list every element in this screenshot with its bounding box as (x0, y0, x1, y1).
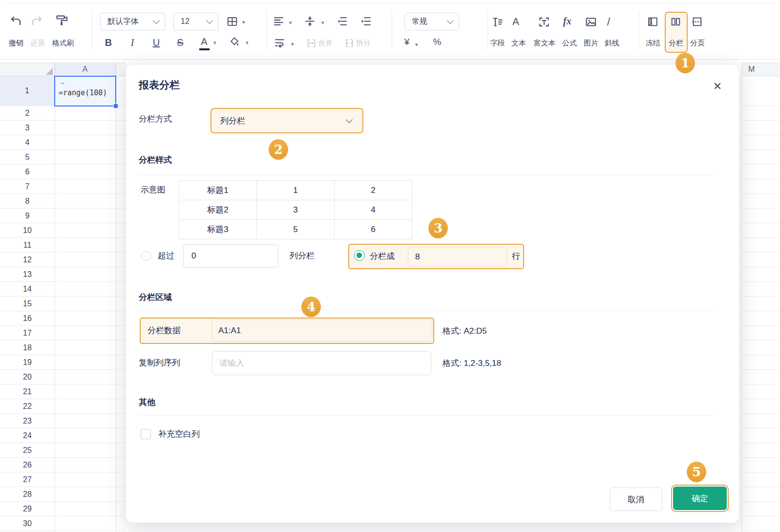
font-family-select[interactable]: 默认字体 (100, 13, 165, 30)
cell-m-row-9[interactable] (741, 209, 780, 223)
cell-m-row-13[interactable] (741, 267, 780, 282)
format-painter-icon[interactable] (55, 14, 69, 27)
split-into-radio[interactable] (354, 250, 365, 261)
vertical-align-caret[interactable]: ▾ (321, 20, 324, 25)
borders-dropdown-caret[interactable]: ▾ (242, 20, 245, 25)
cell-m-row-12[interactable] (741, 253, 780, 267)
insert-richtext-button[interactable]: 富文本 (529, 38, 560, 48)
cell-row-23[interactable] (55, 414, 126, 428)
row-header-18[interactable]: 18 (0, 340, 55, 355)
cell-m-row-25[interactable] (741, 443, 780, 458)
cell-m-row-27[interactable] (741, 472, 780, 487)
cell-row-7[interactable] (55, 179, 126, 194)
row-header-17[interactable]: 17 (0, 326, 55, 340)
row-header-21[interactable]: 21 (0, 384, 55, 399)
cell-m-row-7[interactable] (741, 179, 780, 194)
row-header-30[interactable]: 30 (0, 516, 55, 531)
cell-m-row-15[interactable] (741, 297, 780, 311)
row-header-8[interactable]: 8 (0, 194, 55, 209)
format-painter-button[interactable]: 格式刷 (48, 38, 78, 48)
column-header-a[interactable]: A (55, 63, 116, 76)
row-header-7[interactable]: 7 (0, 179, 55, 194)
horizontal-align-icon[interactable] (273, 15, 285, 27)
bold-button[interactable]: B (102, 35, 115, 50)
currency-button[interactable]: ¥ (401, 37, 413, 47)
formula-icon[interactable]: fx (563, 16, 571, 27)
borders-icon[interactable] (226, 15, 238, 27)
cell-m-row-23[interactable] (741, 414, 780, 428)
cell-m-row-2[interactable] (741, 106, 780, 121)
cell-m-row-30[interactable] (741, 516, 780, 531)
row-header-23[interactable]: 23 (0, 414, 55, 428)
cell-row-19[interactable] (55, 355, 126, 370)
cell-m-row-14[interactable] (741, 282, 780, 297)
strikethrough-button[interactable]: S (173, 35, 187, 50)
vertical-align-icon[interactable] (304, 15, 316, 27)
field-icon[interactable] (491, 16, 504, 28)
cell-m-row-21[interactable] (741, 384, 780, 399)
split-cells-icon[interactable] (344, 38, 355, 49)
cell-m-row-8[interactable] (741, 194, 780, 209)
freeze-icon[interactable] (647, 16, 659, 28)
cell-m-row-19[interactable] (741, 355, 780, 370)
cell-row-6[interactable] (55, 165, 126, 179)
row-header-2[interactable]: 2 (0, 106, 55, 121)
row-header-13[interactable]: 13 (0, 267, 55, 282)
cell-row-10[interactable] (55, 223, 126, 238)
row-header-4[interactable]: 4 (0, 135, 55, 150)
cell-a1[interactable]: → =range(100) (54, 76, 116, 106)
redo-icon[interactable] (30, 15, 43, 27)
split-into-input[interactable] (408, 247, 507, 267)
over-input[interactable] (183, 244, 278, 268)
column-split-icon[interactable] (670, 16, 682, 28)
cell-m-row-6[interactable] (741, 165, 780, 179)
cell-row-15[interactable] (55, 297, 126, 311)
wrap-text-icon[interactable] (274, 37, 286, 49)
fill-color-caret[interactable]: ▾ (246, 40, 249, 45)
horizontal-align-caret[interactable]: ▾ (289, 20, 292, 25)
row-header-6[interactable]: 6 (0, 165, 55, 179)
number-format-select[interactable]: 常规 (404, 13, 459, 30)
cell-m-row-4[interactable] (741, 135, 780, 150)
cell-m-row-11[interactable] (741, 238, 780, 253)
undo-icon[interactable] (10, 15, 22, 27)
row-header-9[interactable]: 9 (0, 209, 55, 223)
row-header-29[interactable]: 29 (0, 502, 55, 516)
fill-handle[interactable] (113, 104, 118, 108)
cell-m-row-20[interactable] (741, 370, 780, 384)
cell-m-row-24[interactable] (741, 428, 780, 443)
cell-row-3[interactable] (55, 121, 126, 135)
cell-m-row-3[interactable] (741, 121, 780, 135)
cell-row-9[interactable] (55, 209, 126, 223)
cell-row-16[interactable] (55, 311, 126, 326)
wrap-text-caret[interactable]: ▾ (291, 42, 294, 47)
cell-m-row-22[interactable] (741, 399, 780, 414)
cell-row-12[interactable] (55, 253, 126, 267)
cell-row-25[interactable] (55, 443, 126, 458)
pagination-icon[interactable] (691, 16, 703, 28)
cell-row-30[interactable] (55, 516, 126, 531)
cell-m-row-16[interactable] (741, 311, 780, 326)
cancel-button[interactable]: 取消 (610, 488, 662, 511)
insert-image-button[interactable]: 图片 (580, 38, 602, 48)
split-data-input[interactable] (212, 319, 432, 341)
currency-caret[interactable]: ▾ (415, 42, 418, 47)
cell-row-13[interactable] (55, 267, 126, 282)
cell-row-26[interactable] (55, 458, 126, 472)
copy-columns-input[interactable] (212, 351, 431, 375)
underline-button[interactable]: U (149, 35, 163, 50)
percent-button[interactable]: % (430, 37, 444, 47)
cell-row-29[interactable] (55, 502, 126, 516)
cell-m-row-1[interactable] (741, 76, 780, 106)
insert-text-button[interactable]: 文本 (508, 38, 529, 48)
decrease-indent-icon[interactable] (336, 15, 348, 27)
font-color-button[interactable]: A (197, 34, 211, 49)
text-icon[interactable]: A (512, 16, 519, 27)
cell-row-18[interactable] (55, 340, 126, 355)
cell-row-11[interactable] (55, 238, 126, 253)
image-icon[interactable] (585, 16, 597, 28)
column-split-button[interactable]: 分栏 (665, 38, 687, 48)
row-header-20[interactable]: 20 (0, 370, 55, 384)
cell-row-5[interactable] (55, 150, 126, 165)
insert-field-button[interactable]: 字段 (487, 38, 508, 48)
